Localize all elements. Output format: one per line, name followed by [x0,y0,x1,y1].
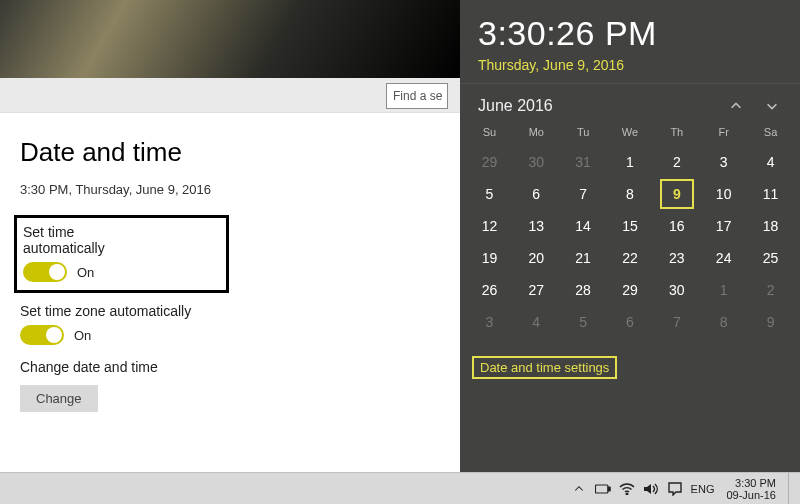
calendar-day[interactable]: 3 [700,146,747,178]
page-title: Date and time [20,137,440,168]
battery-icon[interactable] [595,481,611,497]
flyout-time: 3:30:26 PM [478,14,782,53]
date-time-settings-link[interactable]: Date and time settings [472,356,617,379]
calendar-day[interactable]: 23 [653,242,700,274]
calendar-day[interactable]: 4 [747,146,794,178]
volume-icon[interactable] [643,481,659,497]
calendar-day[interactable]: 19 [466,242,513,274]
calendar-day[interactable]: 12 [466,210,513,242]
calendar-dow: We [607,120,654,146]
calendar-dow: Su [466,120,513,146]
calendar-day[interactable]: 20 [513,242,560,274]
calendar-day[interactable]: 28 [560,274,607,306]
calendar-next-month[interactable] [762,96,782,116]
settings-body: Date and time 3:30 PM, Thursday, June 9,… [0,113,460,436]
settings-titlebar-area: Find a se [0,0,460,113]
calendar-prev-month[interactable] [726,96,746,116]
clock-calendar-flyout: 3:30:26 PM Thursday, June 9, 2016 June 2… [460,0,800,472]
calendar-day[interactable]: 10 [700,178,747,210]
calendar-day[interactable]: 22 [607,242,654,274]
change-button[interactable]: Change [20,385,98,412]
calendar-day[interactable]: 11 [747,178,794,210]
calendar-day[interactable]: 18 [747,210,794,242]
calendar-day[interactable]: 6 [607,306,654,338]
calendar-day[interactable]: 17 [700,210,747,242]
tray-overflow-icon[interactable] [571,481,587,497]
calendar-day[interactable]: 1 [607,146,654,178]
speaker-icon [643,482,659,496]
wifi-icon [619,483,635,495]
calendar-day[interactable]: 29 [466,146,513,178]
set-time-auto-toggle[interactable] [23,262,67,282]
calendar-day[interactable]: 15 [607,210,654,242]
notifications-icon [668,482,682,496]
battery-icon [595,484,611,494]
change-date-time-label: Change date and time [20,359,440,375]
calendar-day[interactable]: 4 [513,306,560,338]
settings-search-placeholder: Find a se [393,89,442,103]
calendar-dow: Tu [560,120,607,146]
calendar-dow: Mo [513,120,560,146]
settings-search-input[interactable]: Find a se [386,83,448,109]
calendar-day[interactable]: 26 [466,274,513,306]
calendar-day[interactable]: 29 [607,274,654,306]
calendar-dow: Sa [747,120,794,146]
current-datetime-text: 3:30 PM, Thursday, June 9, 2016 [20,182,440,197]
chevron-up-icon [573,483,585,495]
calendar-day[interactable]: 16 [653,210,700,242]
svg-rect-1 [608,487,610,491]
chevron-up-icon [729,99,743,113]
calendar-day[interactable]: 8 [607,178,654,210]
set-time-auto-state: On [77,265,94,280]
flyout-date: Thursday, June 9, 2016 [478,57,782,73]
set-zone-auto-toggle[interactable] [20,325,64,345]
calendar-day[interactable]: 2 [653,146,700,178]
set-zone-auto-label: Set time zone automatically [20,303,440,319]
tray-clock-date: 09-Jun-16 [726,489,776,501]
set-zone-auto-state: On [74,328,91,343]
calendar-day[interactable]: 31 [560,146,607,178]
calendar-day[interactable]: 27 [513,274,560,306]
calendar-day[interactable]: 5 [560,306,607,338]
calendar-day[interactable]: 14 [560,210,607,242]
wifi-icon[interactable] [619,481,635,497]
chevron-down-icon [765,99,779,113]
set-time-auto-highlight: Set time automatically On [14,215,229,293]
tray-clock-time: 3:30 PM [726,477,776,489]
tray-clock[interactable]: 3:30 PM 09-Jun-16 [726,477,776,501]
svg-rect-0 [595,485,607,493]
show-desktop-button[interactable] [788,473,794,505]
calendar-day[interactable]: 1 [700,274,747,306]
calendar-dow: Th [653,120,700,146]
calendar-day[interactable]: 5 [466,178,513,210]
calendar-month-label[interactable]: June 2016 [478,97,553,115]
calendar-day[interactable]: 7 [560,178,607,210]
calendar-day[interactable]: 3 [466,306,513,338]
calendar-dow: Fr [700,120,747,146]
calendar-day[interactable]: 7 [653,306,700,338]
action-center-icon[interactable] [667,481,683,497]
calendar-day[interactable]: 8 [700,306,747,338]
calendar-day[interactable]: 21 [560,242,607,274]
calendar-day[interactable]: 9 [747,306,794,338]
calendar-day[interactable]: 2 [747,274,794,306]
taskbar: ENG 3:30 PM 09-Jun-16 [0,472,800,504]
wallpaper-strip [0,0,460,78]
set-time-auto-label: Set time automatically [23,224,146,256]
calendar-day[interactable]: 24 [700,242,747,274]
calendar-day[interactable]: 30 [653,274,700,306]
svg-point-2 [626,493,628,495]
calendar-grid: SuMoTuWeThFrSa 2930311234567891011121314… [466,120,794,338]
calendar-day[interactable]: 6 [513,178,560,210]
tray-language[interactable]: ENG [691,483,715,495]
calendar-day[interactable]: 9 [653,178,700,210]
calendar-day[interactable]: 30 [513,146,560,178]
calendar-day[interactable]: 13 [513,210,560,242]
calendar-day[interactable]: 25 [747,242,794,274]
